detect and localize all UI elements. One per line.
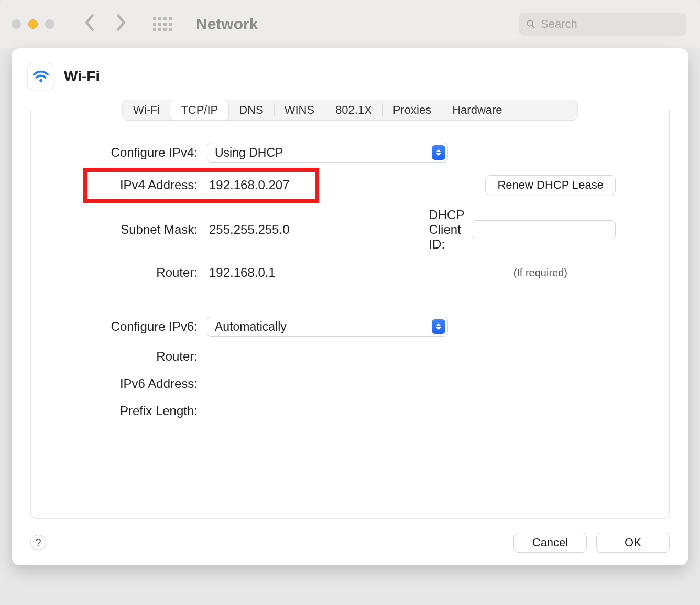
ipv4-address-value: 192.168.0.207 <box>207 177 432 193</box>
configure-ipv4-select[interactable]: Using DHCP <box>207 143 448 163</box>
ok-button[interactable]: OK <box>596 533 670 553</box>
window-toolbar: Network <box>0 0 700 48</box>
ipv6-router-label: Router: <box>40 349 198 364</box>
ipv6-router-value <box>207 355 432 358</box>
subnet-mask-value: 255.255.255.0 <box>207 221 432 238</box>
back-button[interactable] <box>83 13 97 35</box>
configure-ipv4-value: Using DHCP <box>215 146 283 160</box>
network-advanced-sheet: Wi-Fi Wi-Fi TCP/IP DNS WINS 802.1X Proxi… <box>12 48 688 565</box>
tabs: Wi-Fi TCP/IP DNS WINS 802.1X Proxies Har… <box>122 100 578 121</box>
tab-tcpip[interactable]: TCP/IP <box>170 100 228 120</box>
close-window-button[interactable] <box>12 19 21 29</box>
dhcp-client-id-label: DHCP Client ID: <box>429 208 464 252</box>
tab-wifi[interactable]: Wi-Fi <box>123 100 170 120</box>
chevron-right-icon <box>113 13 128 32</box>
chevron-left-icon <box>83 13 97 32</box>
svg-point-2 <box>39 79 42 82</box>
wifi-icon <box>32 68 50 85</box>
prefix-length-label: Prefix Length: <box>40 404 198 418</box>
search-icon <box>526 19 535 29</box>
configure-ipv6-select[interactable]: Automatically <box>207 317 448 337</box>
minimize-window-button[interactable] <box>28 19 38 29</box>
configure-ipv4-label: Configure IPv4: <box>40 145 198 160</box>
ipv4-router-label: Router: <box>40 265 198 280</box>
apps-grid-icon[interactable] <box>153 17 172 31</box>
sheet-title: Wi-Fi <box>64 68 100 85</box>
zoom-window-button[interactable] <box>45 19 54 29</box>
tab-8021x[interactable]: 802.1X <box>325 100 382 120</box>
dhcp-client-id-hint: (If required) <box>513 267 567 279</box>
sheet-footer: ? Cancel OK <box>30 533 670 553</box>
tab-wins[interactable]: WINS <box>274 100 325 120</box>
nav-arrows <box>83 13 128 35</box>
tab-hardware[interactable]: Hardware <box>442 100 512 120</box>
traffic-lights <box>12 19 54 29</box>
configure-ipv6-label: Configure IPv6: <box>40 319 198 334</box>
help-button[interactable]: ? <box>30 535 46 550</box>
search-field[interactable] <box>519 13 686 36</box>
window-title: Network <box>196 15 258 33</box>
select-stepper-icon <box>432 319 445 334</box>
tab-dns[interactable]: DNS <box>228 100 274 120</box>
tab-proxies[interactable]: Proxies <box>382 100 442 120</box>
cancel-button[interactable]: Cancel <box>513 533 587 553</box>
svg-line-1 <box>532 25 534 27</box>
dhcp-client-id-input[interactable] <box>472 220 616 239</box>
ipv4-address-label: IPv4 Address: <box>40 178 198 192</box>
ipv6-address-value <box>207 383 432 385</box>
select-stepper-icon <box>432 145 445 160</box>
ipv4-router-value: 192.168.0.1 <box>207 264 432 281</box>
configure-ipv6-value: Automatically <box>215 320 287 334</box>
forward-button[interactable] <box>113 13 128 35</box>
prefix-length-value <box>207 410 432 412</box>
search-input[interactable] <box>541 17 679 31</box>
wifi-icon-tile <box>27 63 54 90</box>
subnet-mask-label: Subnet Mask: <box>40 222 198 237</box>
tcpip-content: Configure IPv4: Using DHCP IPv4 Address:… <box>30 110 670 519</box>
ipv6-address-label: IPv6 Address: <box>40 376 198 391</box>
renew-dhcp-lease-button[interactable]: Renew DHCP Lease <box>485 175 616 195</box>
